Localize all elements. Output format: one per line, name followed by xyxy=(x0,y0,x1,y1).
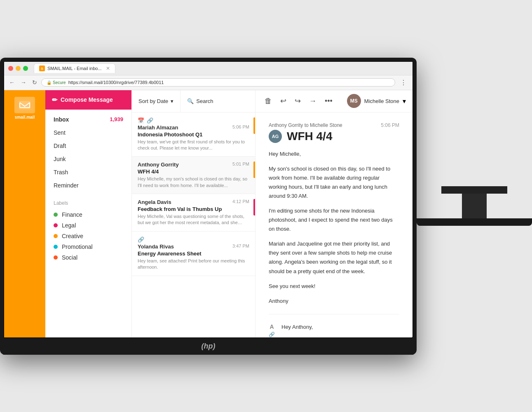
secure-badge: 🔒 Secure xyxy=(47,80,66,85)
browser-more-btn[interactable]: ⋮ xyxy=(398,78,409,87)
compose-icon: ✏ xyxy=(52,96,57,104)
sidebar-item-draft[interactable]: Draft xyxy=(45,139,131,152)
monitor-stand xyxy=(417,186,532,226)
sidebar-item-trash[interactable]: Trash xyxy=(45,166,131,179)
email-item-1-icons: 📅 🔗 xyxy=(138,117,249,124)
forward-button[interactable]: → xyxy=(307,95,319,107)
sort-by-date-button[interactable]: Sort by Date ▾ xyxy=(132,90,180,112)
reply-icon-col: A 🔗 xyxy=(269,323,275,337)
legal-dot xyxy=(54,223,58,227)
email-indicator-2 xyxy=(253,162,255,178)
body-p3: I'm editing some shots for the new Indon… xyxy=(269,206,399,234)
label-social[interactable]: Social xyxy=(54,252,123,263)
email-items: 📅 🔗 Mariah Almazan 5:06 PM Indonesia Pho… xyxy=(132,112,255,337)
social-dot xyxy=(54,255,58,260)
email-content: Anthony Gorrity to Michelle Stone 5:06 P… xyxy=(255,112,412,337)
finance-label: Finance xyxy=(62,211,82,218)
email-list-toolbar: Sort by Date ▾ 🔍 Search xyxy=(132,90,255,112)
reply-greeting: Hey Anthony, xyxy=(281,323,399,332)
email-received-time: 5:06 PM xyxy=(381,122,399,128)
brand-logo-svg xyxy=(19,101,30,109)
email-item-3[interactable]: Angela Davis 4:12 PM Feedback from Val i… xyxy=(132,194,255,232)
more-options-button[interactable]: ••• xyxy=(322,95,335,107)
browser-tab[interactable]: S SMAIL.MAIL - Email inbo... ✕ xyxy=(34,63,115,73)
email-list: Sort by Date ▾ 🔍 Search 📅 🔗 xyxy=(132,90,255,337)
sidebar-item-reminder[interactable]: Reminder xyxy=(45,179,131,192)
tab-favicon: S xyxy=(39,66,45,71)
search-button[interactable]: 🔍 Search xyxy=(180,90,220,112)
email-subject-display: WFH 4/4 xyxy=(287,130,332,143)
body-p2: My son's school is closed on this day, s… xyxy=(269,164,399,201)
sort-chevron-icon: ▾ xyxy=(171,98,173,104)
tab-title: SMAIL.MAIL - Email inbo... xyxy=(47,66,102,71)
labels-title: Labels xyxy=(54,200,123,206)
sidebar-brand: smail.mail xyxy=(4,90,45,337)
attachment-icon: 🔗 xyxy=(138,236,144,243)
label-creative[interactable]: Creative xyxy=(54,231,123,241)
lock-icon: 🔒 xyxy=(47,80,52,85)
email-item-2[interactable]: Anthony Gorrity 5:01 PM WFH 4/4 Hey Mich… xyxy=(132,157,255,194)
tab-close-btn[interactable]: ✕ xyxy=(106,66,110,71)
window-min-btn[interactable] xyxy=(16,66,21,71)
window-controls xyxy=(8,66,28,71)
email-item-4[interactable]: 🔗 Yolanda Rivas 3:47 PM Energy Awareness… xyxy=(132,232,255,276)
label-promotional[interactable]: Promotional xyxy=(54,241,123,252)
stand-base xyxy=(417,218,532,226)
social-label: Social xyxy=(62,254,77,261)
inbox-badge: 1,939 xyxy=(110,116,123,122)
undo-button[interactable]: ↩ xyxy=(278,95,289,107)
promotional-label: Promotional xyxy=(62,243,93,250)
app-container: smail.mail ✏ Compose Message Inbox 1,939… xyxy=(4,90,412,337)
sidebar-item-sent[interactable]: Sent xyxy=(45,126,131,139)
avatar: MS xyxy=(347,94,361,108)
body-p5: See you next week! xyxy=(269,282,399,291)
email-preview-3: Hey Michelle, Val was questioning some o… xyxy=(138,213,249,226)
sidebar-item-inbox[interactable]: Inbox 1,939 xyxy=(45,113,131,126)
brand-name: smail.mail xyxy=(15,115,35,119)
label-legal[interactable]: Legal xyxy=(54,220,123,231)
reply-section: A 🔗 Hey Anthony, Family first! Make sure… xyxy=(269,323,399,337)
user-chevron-icon: ▾ xyxy=(403,97,406,105)
user-profile[interactable]: MS Michelle Stone ▾ xyxy=(347,94,406,108)
back-btn[interactable]: ← xyxy=(7,78,16,87)
hp-logo: (hp) xyxy=(202,342,216,351)
monitor-bezel-bottom: (hp) xyxy=(3,338,413,355)
window-max-btn[interactable] xyxy=(23,66,28,71)
label-finance[interactable]: Finance xyxy=(54,209,123,220)
reply-all-button[interactable]: ↪ xyxy=(292,95,303,107)
email-from: Anthony Gorrity to Michelle Stone xyxy=(269,122,342,128)
browser-chrome: S SMAIL.MAIL - Email inbo... ✕ ← → ↻ 🔒 S… xyxy=(4,62,412,90)
finance-dot xyxy=(54,213,58,217)
delete-button[interactable]: 🗑 xyxy=(262,95,274,107)
reply-letter-icon: A xyxy=(270,323,274,330)
labels-section: Labels Finance Legal Creative xyxy=(45,195,131,265)
forward-icon: → xyxy=(309,97,316,105)
legal-label: Legal xyxy=(62,222,76,229)
refresh-btn[interactable]: ↻ xyxy=(30,78,39,87)
email-time-3: 4:12 PM xyxy=(232,199,249,204)
sent-label: Sent xyxy=(54,129,66,136)
email-time-4: 3:47 PM xyxy=(232,243,249,248)
reply-attach-icon: 🔗 xyxy=(269,332,275,337)
email-subject-3: Feedback from Val is Thumbs Up xyxy=(138,206,249,212)
creative-dot xyxy=(54,234,58,238)
address-bar[interactable]: 🔒 Secure https://smail.mail/10300/nrgdri… xyxy=(41,78,395,87)
stand-pole xyxy=(462,194,487,218)
link-icon: 🔗 xyxy=(147,117,153,124)
email-body: Hey Michelle, My son's school is closed … xyxy=(269,150,399,306)
email-title: AG WFH 4/4 xyxy=(269,130,399,143)
browser-toolbar: ← → ↻ 🔒 Secure https://smail.mail/10300/… xyxy=(4,75,412,90)
draft-label: Draft xyxy=(54,143,66,149)
compose-label: Compose Message xyxy=(61,96,113,103)
email-meta-row: Anthony Gorrity to Michelle Stone 5:06 P… xyxy=(269,122,399,128)
compose-button[interactable]: ✏ Compose Message xyxy=(45,90,131,110)
body-p4: Mariah and Jacqueline got me their prior… xyxy=(269,239,399,276)
email-item-1[interactable]: 📅 🔗 Mariah Almazan 5:06 PM Indonesia Pho… xyxy=(132,112,255,157)
sidebar-item-junk[interactable]: Junk xyxy=(45,152,131,166)
email-time-2: 5:01 PM xyxy=(232,162,249,166)
body-p6: Anthony xyxy=(269,297,399,306)
window-close-btn[interactable] xyxy=(8,66,13,71)
nav-items: Inbox 1,939 Sent Draft Junk Trash xyxy=(45,110,131,195)
forward-btn[interactable]: → xyxy=(19,78,28,87)
email-item-4-icons: 🔗 xyxy=(138,236,249,243)
